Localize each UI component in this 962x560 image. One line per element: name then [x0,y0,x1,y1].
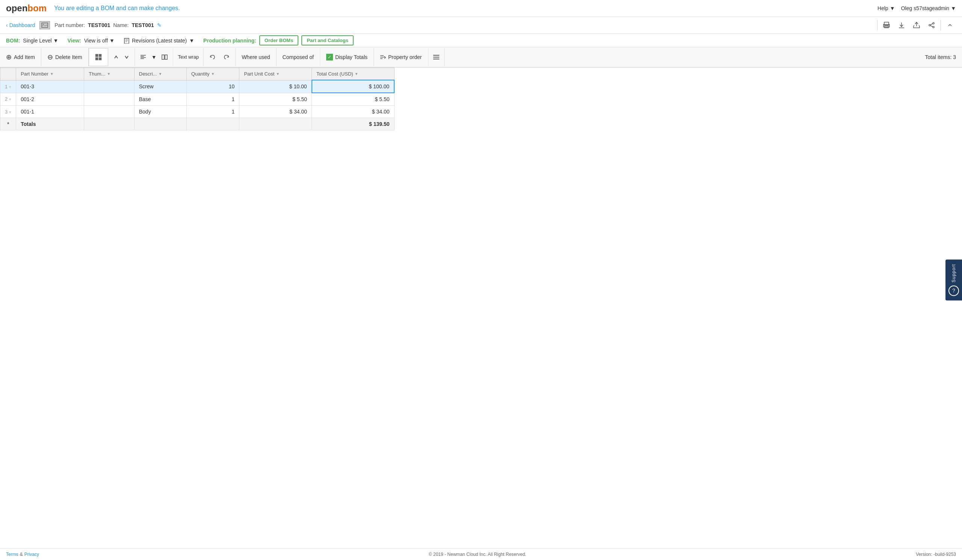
collapse-button[interactable] [944,19,956,31]
upload-button[interactable] [910,19,923,31]
cell-thumbnail[interactable] [84,106,134,118]
image-icon [41,23,48,28]
sort-up-button[interactable] [111,48,121,66]
cell-total-cost[interactable]: $ 34.00 [312,106,394,118]
cell-part-unit-cost[interactable]: $ 10.00 [239,80,312,93]
menu-button[interactable] [428,48,445,66]
support-label: Support [951,264,956,282]
align-dropdown-icon: ▼ [152,54,157,60]
svg-rect-19 [95,58,98,60]
total-cost-filter-icon[interactable]: ▼ [355,72,358,76]
cell-description[interactable]: Body [134,106,186,118]
dashboard-link[interactable]: ‹ Dashboard [6,22,35,28]
text-wrap-button[interactable]: Text wrap [173,48,204,66]
support-icon: ? [949,286,959,296]
share-button[interactable] [926,19,938,31]
app-footer: Terms & Privacy © 2019 - Newman Cloud In… [0,548,962,560]
undo-redo-group [204,48,236,66]
description-filter-icon[interactable]: ▼ [158,72,162,76]
cell-quantity[interactable]: 10 [186,80,239,93]
grid-view-button[interactable] [89,48,108,66]
cell-part-unit-cost[interactable]: $ 5.50 [239,93,312,106]
terms-link[interactable]: Terms [6,552,18,557]
table-row[interactable]: 1▾001-3Screw10$ 10.00$ 100.00 [0,80,395,93]
cell-total-cost[interactable]: $ 5.50 [312,93,394,106]
view-label: View: [67,37,81,44]
delete-item-button[interactable]: ⊖ Delete Item [41,48,89,66]
svg-rect-20 [99,58,102,60]
print-icon [883,22,890,29]
separator-1 [877,20,878,31]
cell-part-number[interactable]: 001-1 [16,106,84,118]
redo-button[interactable] [220,48,232,66]
footer-left: Terms & Privacy [6,552,39,557]
bom-value: Single Level [23,37,52,44]
svg-rect-26 [165,55,167,60]
cell-thumbnail[interactable] [84,80,134,93]
privacy-link[interactable]: Privacy [24,552,39,557]
order-boms-button[interactable]: Order BOMs [259,36,299,45]
col-header-thumbnail[interactable]: Thum... ▼ [84,68,134,81]
sort-down-button[interactable] [122,48,132,66]
cell-total-cost[interactable]: $ 100.00 [312,80,394,93]
align-dropdown-button[interactable]: ▼ [149,48,159,66]
delete-icon: ⊖ [47,53,53,61]
columns-button[interactable] [159,48,170,66]
svg-line-11 [930,24,933,25]
dashboard-label: Dashboard [10,22,36,28]
svg-rect-18 [99,54,102,57]
revisions-button[interactable]: Revisions (Latest state) ▼ [124,37,194,44]
part-catalogs-button[interactable]: Part and Catalogs [301,36,353,45]
thumbnail-filter-icon[interactable]: ▼ [107,72,110,76]
add-item-button[interactable]: ⊕ Add Item [0,48,41,66]
thumbnail-button[interactable] [39,21,50,29]
cell-part-unit-cost[interactable]: $ 34.00 [239,106,312,118]
part-number-filter-icon[interactable]: ▼ [50,72,54,76]
cell-quantity[interactable]: 1 [186,93,239,106]
table-row[interactable]: 2▾001-2Base1$ 5.50$ 5.50 [0,93,395,106]
cell-description[interactable]: Base [134,93,186,106]
back-arrow-icon: ‹ [6,22,8,28]
help-button[interactable]: Help ▼ [878,5,895,11]
view-value: View is off [84,37,108,44]
col-header-part-number[interactable]: Part Number ▼ [16,68,84,81]
col-header-description[interactable]: Descri... ▼ [134,68,186,81]
cell-quantity[interactable]: 1 [186,106,239,118]
cell-thumbnail[interactable] [84,93,134,106]
cell-description[interactable]: Screw [134,80,186,93]
text-wrap-label: Text wrap [178,54,199,60]
table-row[interactable]: 3▾001-1Body1$ 34.00$ 34.00 [0,106,395,118]
cell-part-number[interactable]: 001-3 [16,80,84,93]
quantity-filter-icon[interactable]: ▼ [211,72,215,76]
view-select[interactable]: View is off ▼ [84,37,115,44]
align-left-button[interactable] [138,48,148,66]
property-order-button[interactable]: Property order [374,48,428,66]
download-button[interactable] [896,19,907,31]
print-button[interactable] [880,19,893,31]
add-item-label: Add Item [14,54,35,60]
col-header-total-cost[interactable]: Total Cost (USD) ▼ [312,68,394,81]
edit-icon[interactable]: ✎ [157,22,161,28]
cell-row-num[interactable]: 1▾ [0,80,16,93]
cell-part-number[interactable]: 001-2 [16,93,84,106]
col-header-part-unit-cost[interactable]: Part Unit Cost ▼ [239,68,312,81]
cell-row-num[interactable]: 3▾ [0,106,16,118]
support-sidebar[interactable]: Support ? [946,259,962,300]
svg-rect-2 [884,22,889,25]
separator-2 [941,20,941,31]
undo-button[interactable] [207,48,219,66]
part-unit-cost-filter-icon[interactable]: ▼ [276,72,279,76]
display-totals-button[interactable]: ✓ Display Totals [320,48,374,66]
col-header-quantity[interactable]: Quantity ▼ [186,68,239,81]
grid-icon [95,54,102,61]
user-label: Oleg s57stageadmin [901,5,949,11]
sort-buttons [108,48,135,66]
cell-row-num[interactable]: 2▾ [0,93,16,106]
where-used-button[interactable]: Where used [236,48,276,66]
collapse-icon [947,22,953,28]
delete-item-label: Delete Item [55,54,82,60]
bom-select[interactable]: Single Level ▼ [23,37,58,44]
user-menu-button[interactable]: Oleg s57stageadmin ▼ [901,5,956,11]
composed-of-button[interactable]: Composed of [276,48,320,66]
totals-quantity [186,118,239,131]
